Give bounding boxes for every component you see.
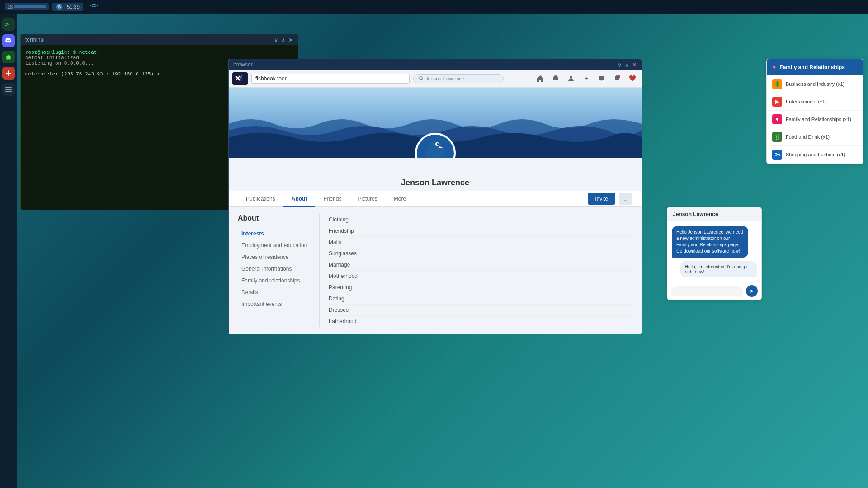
interests-list: Clothing Friendship Malls Sunglasses Mar…	[319, 214, 632, 327]
browser-controls: ∨ ∧ ✕	[618, 62, 637, 68]
profile-icon[interactable]	[566, 73, 576, 84]
browser-search[interactable]: Jenson Lawrence	[413, 74, 504, 83]
add-icon[interactable]: +	[581, 73, 592, 84]
about-menu-events[interactable]: Important events	[238, 298, 319, 310]
terminal-titlebar: terminal ∨ ∧ ✕	[21, 34, 298, 45]
nav-friends[interactable]: Friends	[315, 191, 349, 207]
chat-icon[interactable]	[596, 73, 607, 84]
about-content: About Interests Employment and education…	[229, 207, 642, 334]
home-icon[interactable]	[535, 73, 546, 84]
fishbook-logo: ✕ f	[232, 72, 248, 85]
side-dock: >_ ◉	[0, 14, 17, 488]
dock-item-discord[interactable]	[2, 34, 15, 47]
svg-line-9	[422, 80, 424, 81]
bell-icon[interactable]	[612, 73, 623, 84]
chat-send-button[interactable]: ➤	[746, 285, 758, 297]
svg-point-16	[437, 143, 439, 145]
business-icon: 💲	[772, 79, 782, 89]
browser-window: browser ∨ ∧ ✕ ✕ f fishbook.toor Jenson L…	[228, 59, 642, 334]
right-panel-title: Family and Relationships	[779, 64, 845, 70]
url-bar[interactable]: fishbook.toor	[251, 74, 410, 84]
interest-parenting: Parenting	[329, 282, 632, 293]
browser-titlebar: browser ∨ ∧ ✕	[229, 59, 642, 70]
interest-motherhood: Motherhood	[329, 271, 632, 282]
browser-nav-icons: +	[535, 73, 638, 84]
terminal-maximize[interactable]: ∧	[281, 37, 286, 43]
nav-more[interactable]: More	[386, 191, 414, 207]
panel-item-shopping: 🛍 Shopping and Fashion (x1)	[767, 146, 863, 164]
invite-button[interactable]: Invite	[588, 193, 615, 205]
panel-item-entertainment-label: Entertainment (x1)	[786, 99, 826, 104]
about-menu-interests[interactable]: Interests	[238, 228, 319, 239]
interest-dating: Dating	[329, 293, 632, 305]
browser-close[interactable]: ✕	[632, 62, 637, 68]
shopping-icon: 🛍	[772, 150, 782, 160]
profile-name: Jenson Lawrence	[229, 176, 642, 191]
notifications-icon[interactable]	[550, 73, 561, 84]
browser-minimize[interactable]: ∨	[618, 62, 622, 68]
right-panel-header: ♥ Family and Relationships	[767, 59, 863, 75]
panel-item-family: ♥ Family and Relationships (x1)	[767, 111, 863, 128]
wifi-icon	[90, 3, 98, 11]
svg-rect-1	[8, 70, 9, 76]
interest-friendship: Friendship	[329, 225, 632, 237]
chat-bubble-self: Hello, i'm interested! I'm doing it righ…	[680, 261, 757, 277]
interest-clothing: Clothing	[329, 214, 632, 225]
chat-panel: Jenson Lawrence Hello Jenson Lawrence, w…	[667, 207, 762, 300]
dock-item-red[interactable]	[2, 67, 15, 80]
avatar-svg	[422, 137, 449, 158]
about-menu-general[interactable]: General informations	[238, 263, 319, 275]
svg-rect-3	[5, 89, 12, 90]
terminal-minimize[interactable]: ∨	[274, 37, 278, 43]
taskbar-time: 51:39	[67, 4, 80, 9]
chat-input-area: ➤	[667, 282, 761, 300]
chat-input[interactable]	[671, 286, 743, 296]
about-title: About	[238, 214, 319, 222]
svg-point-14	[430, 140, 441, 151]
app-icon: S	[56, 4, 62, 10]
taskbar-badge: 18	[5, 3, 49, 10]
family-icon: ♥	[772, 114, 782, 124]
url-text: fishbook.toor	[255, 75, 287, 82]
badge-number: 18	[7, 4, 13, 9]
dock-item-dark[interactable]	[2, 83, 15, 96]
search-placeholder: Jenson Lawrence	[425, 76, 464, 81]
nav-publications[interactable]: Publications	[238, 191, 283, 207]
interest-dresses: Dresses	[329, 305, 632, 316]
about-menu-employment[interactable]: Employment and education	[238, 239, 319, 251]
panel-item-food-label: Food and Drink (x1)	[786, 134, 830, 140]
badge-progress	[14, 5, 46, 8]
profile-cover	[229, 88, 642, 158]
heart-icon[interactable]	[627, 73, 638, 84]
profile-avatar-container	[415, 133, 456, 158]
browser-maximize[interactable]: ∧	[625, 62, 629, 68]
dock-item-terminal[interactable]: >_	[2, 18, 15, 31]
svg-rect-2	[5, 87, 12, 88]
profile-nav-actions: Invite ...	[588, 193, 632, 205]
nav-about[interactable]: About	[283, 191, 316, 207]
send-icon: ➤	[750, 288, 754, 294]
about-menu-places[interactable]: Places of residence	[238, 251, 319, 263]
about-menu-family[interactable]: Family and relationships	[238, 275, 319, 286]
svg-point-8	[420, 77, 422, 80]
panel-item-shopping-label: Shopping and Fashion (x1)	[786, 152, 845, 157]
profile-nav: Publications About Friends Pictures More…	[229, 191, 642, 207]
terminal-close[interactable]: ✕	[288, 37, 293, 43]
interest-malls: Malls	[329, 237, 632, 248]
profile-avatar	[415, 133, 456, 158]
terminal-command1: root@HotPlugin:~$ netcat	[25, 50, 293, 55]
nav-pictures[interactable]: Pictures	[349, 191, 385, 207]
about-menu-details[interactable]: Details	[238, 286, 319, 298]
terminal-title: terminal	[25, 37, 45, 43]
entertainment-icon: ▶	[772, 97, 782, 107]
panel-item-family-label: Family and Relationships (x1)	[786, 117, 851, 122]
more-options-button[interactable]: ...	[619, 193, 632, 205]
interest-marriage: Marriage	[329, 259, 632, 271]
dock-item-browser[interactable]: ◉	[2, 51, 15, 63]
taskbar-left: 18 S 51:39	[5, 3, 83, 11]
interest-fatherhood: Fatherhood	[329, 316, 632, 327]
browser-title: browser	[233, 61, 253, 68]
taskbar: 18 S 51:39	[0, 0, 868, 14]
taskbar-app[interactable]: S 51:39	[52, 3, 83, 11]
avatar-inner	[417, 135, 454, 158]
